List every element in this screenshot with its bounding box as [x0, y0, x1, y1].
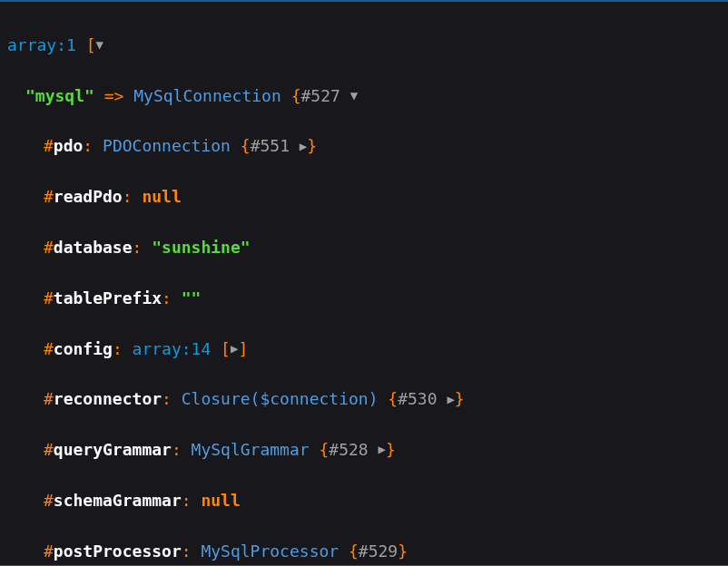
prop-config: #config: array:14 [▶] [7, 337, 721, 362]
prop-name: pdo [54, 136, 84, 155]
prop-postProcessor: #postProcessor: MySqlProcessor {#529} [7, 539, 721, 564]
entry-class: MySqlConnection [133, 86, 281, 105]
prop-ref: #528 [329, 440, 368, 459]
prop-name: schemaGrammar [54, 491, 182, 510]
var-dump-panel: array:1 [▼ "mysql" => MySqlConnection {#… [0, 0, 728, 566]
prop-pdo: #pdo: PDOConnection {#551 ▶} [7, 133, 721, 159]
prop-class: Closure($connection) [182, 389, 379, 408]
prop-tablePrefix: #tablePrefix: "" [7, 286, 721, 311]
prop-schemaGrammar: #schemaGrammar: null [7, 488, 721, 513]
prop-string: "sunshine" [152, 238, 250, 257]
arrow-op: => [104, 86, 124, 105]
entry-line: "mysql" => MySqlConnection {#527 ▼ [7, 83, 721, 109]
prop-name: readPdo [54, 187, 123, 206]
brace-open: { [291, 86, 301, 105]
prop-ref: #529 [359, 542, 398, 561]
hash-icon: # [44, 136, 54, 155]
entry-key: "mysql" [25, 86, 94, 105]
prop-class: MySqlGrammar [192, 440, 310, 459]
prop-reconnector: #reconnector: Closure($connection) {#530… [7, 386, 721, 412]
prop-class: PDOConnection [103, 136, 231, 155]
prop-ref: #530 [398, 389, 437, 408]
toggle-entry[interactable]: ▼ [350, 86, 358, 106]
prop-name: reconnector [54, 389, 162, 408]
prop-ref: #551 [251, 136, 290, 155]
array-type: array:1 [7, 35, 76, 54]
prop-database: #database: "sunshine" [7, 235, 721, 260]
entry-ref: #527 [300, 86, 339, 105]
prop-value: null [201, 491, 240, 510]
toggle-root[interactable]: ▼ [96, 35, 103, 55]
toggle-config[interactable]: ▶ [231, 339, 238, 359]
array-type: array:14 [133, 339, 212, 358]
toggle-pdo[interactable]: ▶ [300, 137, 307, 157]
prop-queryGrammar: #queryGrammar: MySqlGrammar {#528 ▶} [7, 437, 721, 463]
toggle-reconnector[interactable]: ▶ [447, 390, 454, 410]
prop-name: queryGrammar [54, 440, 172, 459]
prop-string: "" [182, 288, 202, 307]
prop-name: postProcessor [54, 542, 182, 561]
prop-value: null [142, 187, 181, 206]
toggle-queryGrammar[interactable]: ▶ [379, 440, 386, 460]
prop-class: MySqlProcessor [201, 542, 339, 561]
prop-name: database [54, 238, 133, 257]
bracket-open: [ [86, 35, 96, 54]
prop-readPdo: #readPdo: null [7, 184, 721, 210]
prop-name: tablePrefix [54, 288, 162, 307]
prop-name: config [54, 339, 113, 358]
array-root-line: array:1 [▼ [7, 33, 721, 58]
